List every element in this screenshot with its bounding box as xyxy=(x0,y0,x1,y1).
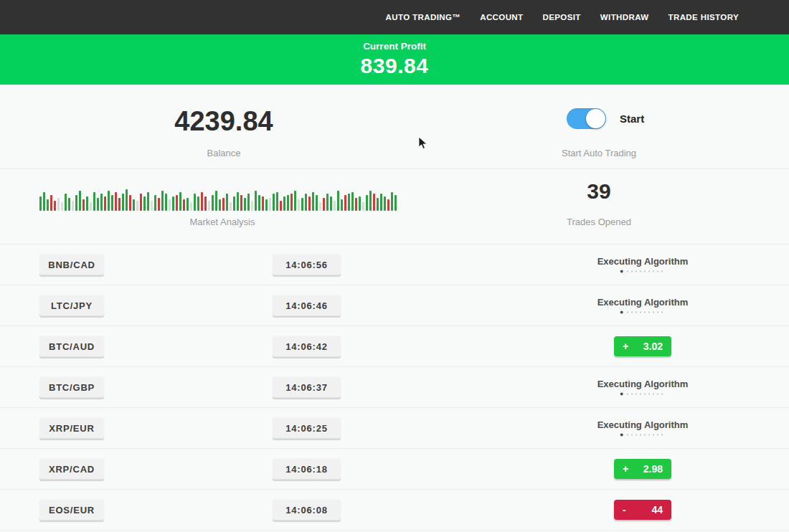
nav-item-account[interactable]: ACCOUNT xyxy=(480,13,523,22)
loss-badge: - 44 xyxy=(614,500,671,520)
time-badge: 14:06:25 xyxy=(273,418,341,439)
table-row: EOS/EUR 14:06:08 - 44 xyxy=(0,490,789,531)
time-badge: 14:06:18 xyxy=(273,459,341,480)
current-profit-banner: Current Profit 839.84 xyxy=(0,34,789,85)
balance-section: 4239.84 Balance Start Start Auto Trading xyxy=(0,85,789,169)
status-text: Executing Algorithm xyxy=(597,256,689,267)
pair-badge: XRP/EUR xyxy=(39,418,104,439)
toggle-start-label: Start xyxy=(620,113,644,125)
trade-result: Executing Algorithm xyxy=(597,297,689,315)
time-badge: 14:06:56 xyxy=(273,255,341,275)
progress-dots xyxy=(620,270,665,274)
market-analysis-chart xyxy=(39,185,407,211)
nav-item-auto-trading[interactable]: AUTO TRADING™ xyxy=(386,13,461,22)
table-row: BNB/CAD 14:06:56 Executing Algorithm xyxy=(0,244,789,285)
table-row: BTC/AUD 14:06:42 + 3.02 xyxy=(0,326,789,367)
profit-sign: + xyxy=(623,463,628,475)
trade-result: - 44 xyxy=(614,500,671,520)
table-row: XRP/CAD 14:06:18 + 2.98 xyxy=(0,449,789,490)
trade-result: Executing Algorithm xyxy=(597,419,689,437)
start-auto-trading-label: Start Auto Trading xyxy=(562,148,636,158)
profit-sign: + xyxy=(623,341,628,352)
trades-opened-label: Trades Opened xyxy=(567,217,631,227)
pair-badge: EOS/EUR xyxy=(39,500,104,521)
table-row: BTC/GBP 14:06:37 Executing Algorithm xyxy=(0,367,789,408)
status-text: Executing Algorithm xyxy=(597,419,689,430)
pair-badge: LTC/JPY xyxy=(39,295,104,316)
status-text: Executing Algorithm xyxy=(597,379,689,389)
profit-badge: + 3.02 xyxy=(614,336,671,356)
time-badge: 14:06:37 xyxy=(273,377,341,398)
trade-result: + 2.98 xyxy=(614,459,671,479)
balance-label: Balance xyxy=(207,148,241,158)
trade-result: Executing Algorithm xyxy=(597,256,689,274)
market-analysis-label: Market Analysis xyxy=(189,217,255,227)
trade-result: Executing Algorithm xyxy=(597,379,689,396)
pair-badge: BTC/GBP xyxy=(39,377,104,398)
time-badge: 14:06:42 xyxy=(273,336,341,357)
status-text: Executing Algorithm xyxy=(597,297,689,308)
current-profit-value: 839.84 xyxy=(361,54,429,78)
table-row: XRP/EUR 14:06:25 Executing Algorithm xyxy=(0,408,789,449)
loss-sign: - xyxy=(623,504,626,516)
loss-value: 44 xyxy=(651,504,663,516)
nav-item-deposit[interactable]: DEPOSIT xyxy=(543,13,581,22)
trades-opened-value: 39 xyxy=(587,179,610,204)
progress-dots xyxy=(620,393,665,396)
time-badge: 14:06:08 xyxy=(273,500,341,521)
profit-badge: + 2.98 xyxy=(614,459,671,479)
nav-item-withdraw[interactable]: WITHDRAW xyxy=(600,13,649,22)
market-section: Market Analysis 39 Trades Opened xyxy=(0,169,789,244)
balance-value: 4239.84 xyxy=(174,106,273,137)
toggle-knob xyxy=(586,109,605,128)
nav-item-trade-history[interactable]: TRADE HISTORY xyxy=(668,13,740,22)
pair-badge: BTC/AUD xyxy=(39,336,104,357)
time-badge: 14:06:46 xyxy=(273,295,341,316)
top-nav: AUTO TRADING™ ACCOUNT DEPOSIT WITHDRAW T… xyxy=(0,0,789,34)
trade-result: + 3.02 xyxy=(614,336,671,356)
pair-badge: XRP/CAD xyxy=(39,459,104,480)
profit-value: 3.02 xyxy=(643,341,663,352)
pair-badge: BNB/CAD xyxy=(39,255,104,275)
current-profit-label: Current Profit xyxy=(363,41,426,52)
trades-table: BNB/CAD 14:06:56 Executing Algorithm LTC… xyxy=(0,244,789,531)
progress-dots xyxy=(620,434,665,437)
auto-trading-toggle[interactable] xyxy=(567,108,606,129)
progress-dots xyxy=(620,311,665,315)
profit-value: 2.98 xyxy=(643,463,663,475)
table-row: LTC/JPY 14:06:46 Executing Algorithm xyxy=(0,285,789,326)
